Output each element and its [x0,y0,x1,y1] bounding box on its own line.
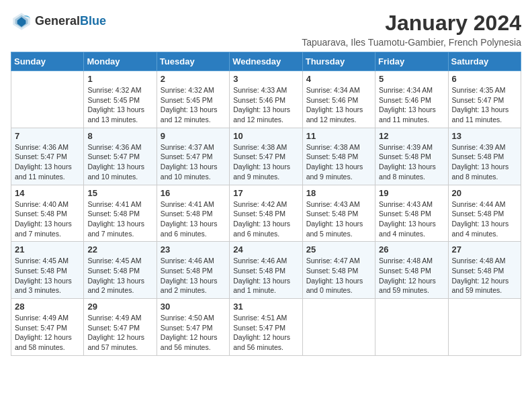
empty-cell [448,299,521,356]
empty-cell [11,71,84,128]
day-info: Sunrise: 4:37 AM Sunset: 5:47 PM Dayligh… [161,142,226,182]
empty-cell [302,299,375,356]
calendar-day-cell: 28Sunrise: 4:49 AM Sunset: 5:47 PM Dayli… [11,299,84,356]
calendar-day-cell: 20Sunrise: 4:44 AM Sunset: 5:48 PM Dayli… [448,185,521,242]
day-info: Sunrise: 4:48 AM Sunset: 5:48 PM Dayligh… [452,256,517,295]
day-number: 11 [306,131,371,141]
calendar-week-row: 1Sunrise: 4:32 AM Sunset: 5:45 PM Daylig… [11,71,521,128]
calendar-day-cell: 1Sunrise: 4:32 AM Sunset: 5:45 PM Daylig… [84,71,157,128]
day-number: 30 [161,302,226,312]
calendar-week-row: 21Sunrise: 4:45 AM Sunset: 5:48 PM Dayli… [11,242,521,299]
day-info: Sunrise: 4:36 AM Sunset: 5:47 PM Dayligh… [15,142,80,182]
calendar-day-cell: 3Sunrise: 4:33 AM Sunset: 5:46 PM Daylig… [230,71,302,128]
day-info: Sunrise: 4:44 AM Sunset: 5:48 PM Dayligh… [452,199,517,239]
location-subtitle: Tapuarava, Iles Tuamotu-Gambier, French … [302,37,521,48]
day-info: Sunrise: 4:39 AM Sunset: 5:48 PM Dayligh… [379,142,444,182]
day-info: Sunrise: 4:45 AM Sunset: 5:48 PM Dayligh… [15,256,80,295]
day-number: 29 [87,302,152,312]
calendar-day-cell: 12Sunrise: 4:39 AM Sunset: 5:48 PM Dayli… [375,128,448,185]
day-number: 5 [379,74,444,84]
weekday-header-wednesday: Wednesday [230,52,302,71]
day-info: Sunrise: 4:33 AM Sunset: 5:46 PM Dayligh… [233,85,298,125]
weekday-header-monday: Monday [84,52,157,71]
day-number: 15 [87,188,152,198]
calendar-table: SundayMondayTuesdayWednesdayThursdayFrid… [11,52,521,356]
logo-text: GeneralBlue [35,15,106,28]
calendar-day-cell: 30Sunrise: 4:50 AM Sunset: 5:47 PM Dayli… [157,299,229,356]
day-info: Sunrise: 4:46 AM Sunset: 5:48 PM Dayligh… [233,256,298,295]
calendar-day-cell: 15Sunrise: 4:41 AM Sunset: 5:48 PM Dayli… [84,185,157,242]
calendar-day-cell: 22Sunrise: 4:45 AM Sunset: 5:48 PM Dayli… [84,242,157,299]
calendar-day-cell: 31Sunrise: 4:51 AM Sunset: 5:47 PM Dayli… [230,299,302,356]
calendar-day-cell: 24Sunrise: 4:46 AM Sunset: 5:48 PM Dayli… [230,242,302,299]
calendar-day-cell: 4Sunrise: 4:34 AM Sunset: 5:46 PM Daylig… [302,71,375,128]
page-header: GeneralBlue January 2024 Tapuarava, Iles… [11,11,521,48]
day-number: 7 [15,131,80,141]
day-info: Sunrise: 4:50 AM Sunset: 5:47 PM Dayligh… [161,313,226,353]
day-number: 12 [379,131,444,141]
calendar-day-cell: 6Sunrise: 4:35 AM Sunset: 5:47 PM Daylig… [448,71,521,128]
calendar-day-cell: 21Sunrise: 4:45 AM Sunset: 5:48 PM Dayli… [11,242,84,299]
calendar-day-cell: 10Sunrise: 4:38 AM Sunset: 5:47 PM Dayli… [230,128,302,185]
day-number: 18 [306,188,371,198]
day-info: Sunrise: 4:41 AM Sunset: 5:48 PM Dayligh… [87,199,152,239]
logo-icon [11,11,32,32]
calendar-week-row: 14Sunrise: 4:40 AM Sunset: 5:48 PM Dayli… [11,185,521,242]
calendar-week-row: 7Sunrise: 4:36 AM Sunset: 5:47 PM Daylig… [11,128,521,185]
day-info: Sunrise: 4:42 AM Sunset: 5:48 PM Dayligh… [233,199,298,239]
calendar-day-cell: 7Sunrise: 4:36 AM Sunset: 5:47 PM Daylig… [11,128,84,185]
title-block: January 2024 Tapuarava, Iles Tuamotu-Gam… [302,11,521,48]
calendar-day-cell: 23Sunrise: 4:46 AM Sunset: 5:48 PM Dayli… [157,242,229,299]
day-info: Sunrise: 4:46 AM Sunset: 5:48 PM Dayligh… [161,256,226,295]
day-number: 13 [452,131,517,141]
day-info: Sunrise: 4:39 AM Sunset: 5:48 PM Dayligh… [452,142,517,182]
day-number: 25 [306,244,371,255]
day-number: 8 [87,131,152,141]
calendar-day-cell: 17Sunrise: 4:42 AM Sunset: 5:48 PM Dayli… [230,185,302,242]
weekday-header-saturday: Saturday [448,52,521,71]
empty-cell [375,299,448,356]
day-number: 4 [306,74,371,84]
calendar-day-cell: 5Sunrise: 4:34 AM Sunset: 5:46 PM Daylig… [375,71,448,128]
day-info: Sunrise: 4:36 AM Sunset: 5:47 PM Dayligh… [87,142,152,182]
day-info: Sunrise: 4:35 AM Sunset: 5:47 PM Dayligh… [452,85,517,125]
day-info: Sunrise: 4:40 AM Sunset: 5:48 PM Dayligh… [15,199,80,239]
day-number: 22 [87,244,152,255]
weekday-header-row: SundayMondayTuesdayWednesdayThursdayFrid… [11,52,521,71]
day-number: 21 [15,244,80,255]
day-number: 17 [233,188,298,198]
day-info: Sunrise: 4:45 AM Sunset: 5:48 PM Dayligh… [87,256,152,295]
day-number: 28 [15,302,80,312]
day-info: Sunrise: 4:41 AM Sunset: 5:48 PM Dayligh… [161,199,226,239]
calendar-day-cell: 11Sunrise: 4:38 AM Sunset: 5:48 PM Dayli… [302,128,375,185]
day-number: 24 [233,244,298,255]
weekday-header-friday: Friday [375,52,448,71]
month-title: January 2024 [302,11,521,36]
day-info: Sunrise: 4:34 AM Sunset: 5:46 PM Dayligh… [379,85,444,125]
day-number: 14 [15,188,80,198]
day-number: 6 [452,74,517,84]
day-number: 3 [233,74,298,84]
day-number: 20 [452,188,517,198]
day-number: 27 [452,244,517,255]
day-info: Sunrise: 4:38 AM Sunset: 5:47 PM Dayligh… [233,142,298,182]
day-info: Sunrise: 4:32 AM Sunset: 5:45 PM Dayligh… [161,85,226,125]
calendar-day-cell: 19Sunrise: 4:43 AM Sunset: 5:48 PM Dayli… [375,185,448,242]
calendar-day-cell: 18Sunrise: 4:43 AM Sunset: 5:48 PM Dayli… [302,185,375,242]
day-info: Sunrise: 4:34 AM Sunset: 5:46 PM Dayligh… [306,85,371,125]
day-info: Sunrise: 4:47 AM Sunset: 5:48 PM Dayligh… [306,256,371,295]
day-number: 19 [379,188,444,198]
day-number: 1 [87,74,152,84]
calendar-week-row: 28Sunrise: 4:49 AM Sunset: 5:47 PM Dayli… [11,299,521,356]
day-number: 2 [161,74,226,84]
calendar-day-cell: 2Sunrise: 4:32 AM Sunset: 5:45 PM Daylig… [157,71,229,128]
calendar-day-cell: 25Sunrise: 4:47 AM Sunset: 5:48 PM Dayli… [302,242,375,299]
day-number: 16 [161,188,226,198]
day-info: Sunrise: 4:32 AM Sunset: 5:45 PM Dayligh… [87,85,152,125]
day-number: 10 [233,131,298,141]
calendar-day-cell: 13Sunrise: 4:39 AM Sunset: 5:48 PM Dayli… [448,128,521,185]
weekday-header-sunday: Sunday [11,52,84,71]
day-info: Sunrise: 4:49 AM Sunset: 5:47 PM Dayligh… [87,313,152,353]
weekday-header-thursday: Thursday [302,52,375,71]
calendar-day-cell: 26Sunrise: 4:48 AM Sunset: 5:48 PM Dayli… [375,242,448,299]
